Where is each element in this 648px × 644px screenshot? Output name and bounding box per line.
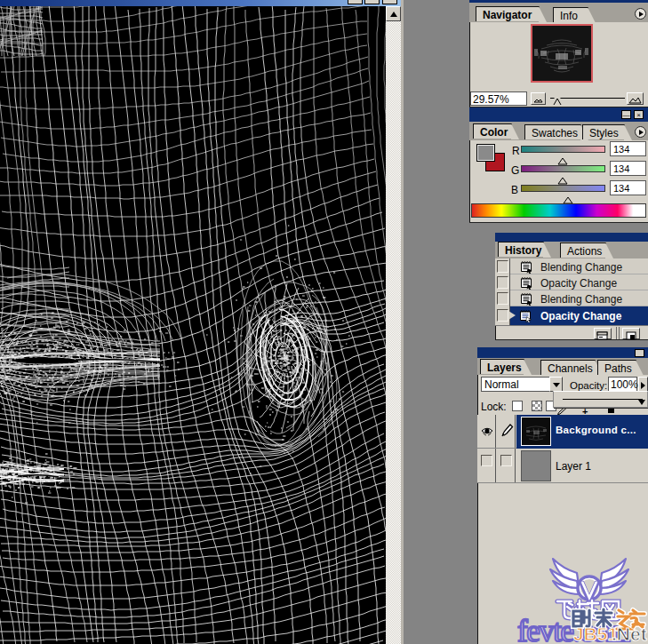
svg-text:.Net: .Net — [612, 624, 647, 644]
